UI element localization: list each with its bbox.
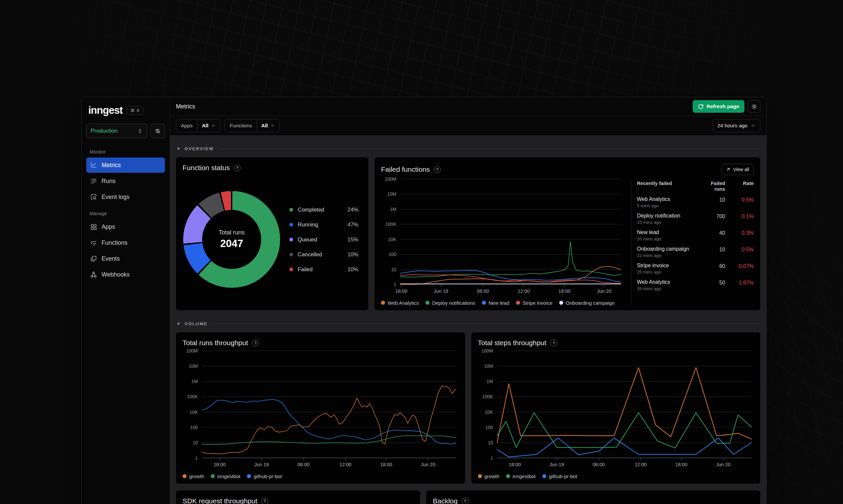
- legend-dot: [506, 474, 510, 478]
- refresh-page-button[interactable]: Refresh page: [693, 100, 744, 113]
- total-steps-chart-legend: growth inngestbot github-pr-bot: [478, 469, 754, 484]
- apps-filter-label: Apps: [176, 119, 197, 132]
- sidebar-item-label: Runs: [102, 178, 116, 185]
- x-axis-label: Jun 19: [550, 462, 564, 467]
- total-steps-throughput-title: Total steps throughput: [478, 339, 547, 347]
- y-axis-label: 100M: [478, 348, 493, 354]
- failed-functions-card: Failed functions ? View all 100M10M1M100…: [374, 157, 761, 311]
- legend-label: github-pr-bot: [254, 473, 282, 479]
- sidebar-item-event-logs[interactable]: Event logs: [86, 189, 165, 204]
- time-range-select[interactable]: 24 hours ago: [712, 119, 761, 132]
- table-row[interactable]: Stripe invoice 25 mins ago 60 0.07%: [637, 263, 754, 274]
- x-axis-label: 12:00: [518, 288, 530, 294]
- environment-filter-button[interactable]: [150, 124, 165, 138]
- total-runs-throughput-card: Total runs throughput ? 100M10M1M100K10K…: [176, 332, 466, 484]
- x-axis-label: 18:00: [675, 462, 687, 467]
- legend-percentage: 10%: [347, 251, 358, 258]
- apps-filter[interactable]: Apps All: [176, 119, 220, 132]
- help-icon[interactable]: ?: [434, 166, 441, 173]
- filter-bar: Apps All Functions All 24 hours ago: [170, 116, 766, 136]
- legend-dot: [381, 301, 385, 305]
- nav-section-manage: Manage: [86, 209, 165, 218]
- legend-dot: [516, 301, 520, 305]
- main-area: Metrics Refresh page Apps All Functions: [170, 97, 766, 504]
- failed-runs-count: 10: [699, 246, 725, 258]
- functions-filter[interactable]: Functions All: [225, 119, 280, 132]
- legend-dot: [211, 474, 215, 478]
- failed-time: 22 mins ago: [637, 253, 699, 258]
- status-legend-item: Queued 15%: [289, 232, 358, 247]
- function-name: Web Analytics: [637, 279, 699, 285]
- y-axis-label: 100K: [381, 221, 396, 227]
- sidebar-item-events[interactable]: Events: [86, 251, 165, 266]
- overview-section-header: ▼ OVERVIEW: [176, 144, 760, 154]
- nav-section-monitor: Monitor: [86, 147, 165, 157]
- y-axis-label: 100M: [381, 176, 396, 182]
- chart-legend-item: inngestbot: [506, 473, 536, 479]
- settings-button[interactable]: [748, 100, 760, 113]
- help-icon[interactable]: ?: [462, 498, 469, 504]
- x-axis-label: 18:00: [509, 462, 521, 467]
- legend-label: Cancelled: [298, 251, 322, 258]
- total-runs-chart-legend: growth inngestbot github-pr-bot: [183, 469, 459, 484]
- table-row[interactable]: Onboarding campaign 22 mins ago 10 0.5%: [637, 246, 754, 258]
- x-axis-label: 06:00: [593, 462, 605, 467]
- page-title: Metrics: [176, 103, 693, 110]
- help-icon[interactable]: ?: [550, 340, 557, 346]
- function-status-title: Function status: [183, 164, 230, 172]
- sidebar-item-apps[interactable]: Apps: [86, 219, 165, 234]
- legend-label: growth: [485, 473, 499, 479]
- legend-dot: [478, 474, 482, 478]
- table-row[interactable]: New lead 20 mins ago 40 0.3%: [637, 230, 754, 241]
- help-icon[interactable]: ?: [234, 164, 241, 172]
- x-axis-label: 12:00: [635, 462, 647, 467]
- total-runs-throughput-title: Total runs throughput: [183, 339, 248, 347]
- legend-percentage: 47%: [347, 221, 358, 228]
- sdk-request-throughput-title: SDK request throughput: [183, 497, 257, 504]
- y-axis-label: 1: [381, 282, 396, 287]
- chevron-down-icon: [211, 123, 216, 128]
- sidebar-item-label: Functions: [102, 239, 127, 246]
- sdk-request-throughput-card: SDK request throughput ?: [176, 490, 420, 504]
- status-legend-item: Failed 10%: [289, 262, 358, 277]
- table-row[interactable]: Deploy notification 10 mins ago 700 0.1%: [637, 213, 754, 225]
- x-axis-label: 06:00: [297, 462, 309, 467]
- refresh-icon: [698, 104, 704, 109]
- sidebar-item-runs[interactable]: Runs: [86, 174, 165, 189]
- volume-section-label: VOLUME: [185, 321, 208, 326]
- view-all-button[interactable]: View all: [721, 164, 754, 175]
- functions-list-icon: [90, 239, 97, 246]
- legend-label: Web Analytics: [388, 300, 419, 306]
- apps-filter-value: All: [202, 123, 208, 129]
- time-range-value: 24 hours ago: [718, 123, 748, 129]
- function-name: Stripe invoice: [637, 263, 699, 269]
- sidebar-item-functions[interactable]: Functions: [86, 235, 165, 250]
- legend-dot: [289, 238, 293, 241]
- failed-time: 25 mins ago: [637, 270, 699, 274]
- y-axis-label: 10M: [183, 363, 198, 369]
- x-axis-label: Jun 20: [421, 462, 435, 467]
- sidebar-item-label: Metrics: [102, 162, 121, 169]
- sidebar-item-metrics[interactable]: Metrics: [86, 158, 165, 173]
- legend-label: Onboarding campaign: [566, 300, 615, 306]
- y-axis-label: 10: [381, 267, 396, 272]
- y-axis-label: 100: [381, 252, 396, 257]
- functions-filter-label: Functions: [225, 119, 257, 132]
- table-row[interactable]: Web Analytics 5 mins ago 10 0.5%: [637, 196, 754, 208]
- command-k-shortcut[interactable]: ⌘ K: [127, 106, 143, 115]
- table-row[interactable]: Web Analytics 35 mins ago 50 1.67%: [637, 279, 754, 291]
- sidebar-item-webhooks[interactable]: Webhooks: [86, 267, 165, 282]
- environment-select[interactable]: Production: [86, 124, 148, 138]
- function-status-legend: Completed 24% Running 47% Queued 15% Can…: [289, 202, 358, 277]
- y-axis-label: 1M: [183, 379, 198, 384]
- x-axis-label: Jun 19: [434, 288, 448, 294]
- functions-filter-value: All: [261, 123, 268, 129]
- help-icon[interactable]: ?: [261, 498, 268, 504]
- section-collapse-caret[interactable]: ▼: [176, 321, 180, 326]
- help-icon[interactable]: ?: [252, 340, 259, 346]
- legend-dot: [289, 268, 293, 271]
- function-name: Onboarding campaign: [637, 246, 699, 252]
- legend-dot: [426, 301, 429, 305]
- section-collapse-caret[interactable]: ▼: [176, 146, 180, 151]
- divider: [631, 180, 632, 304]
